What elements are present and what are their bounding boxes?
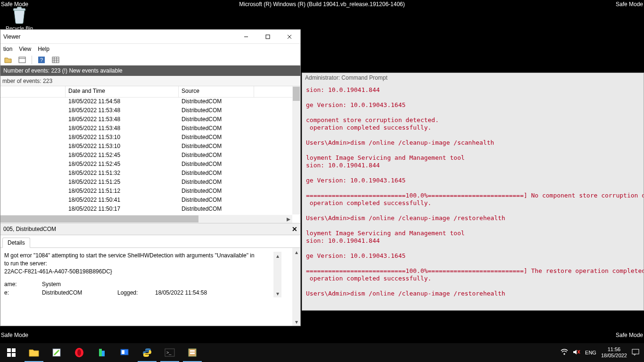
table-row[interactable]: 18/05/2022 11:50:41DistributedCOM xyxy=(0,196,300,205)
cell-datetime: 18/05/2022 11:50:17 xyxy=(66,205,179,214)
taskbar-python[interactable] xyxy=(136,343,158,362)
table-row[interactable]: 18/05/2022 11:51:12DistributedCOM xyxy=(0,187,300,196)
event-viewer-titlebar[interactable]: Viewer xyxy=(0,30,300,44)
event-viewer-window: Viewer tion View Help ? Number of events… xyxy=(0,29,301,326)
scroll-down-icon[interactable]: ▾ xyxy=(273,289,281,297)
taskbar-cmd[interactable]: >_ xyxy=(158,343,181,362)
table-row[interactable]: 18/05/2022 11:51:32DistributedCOM xyxy=(0,169,300,178)
cell-datetime: 18/05/2022 11:52:45 xyxy=(66,160,179,169)
table-row[interactable]: 18/05/2022 11:53:10DistributedCOM xyxy=(0,133,300,142)
event-table-vscroll[interactable] xyxy=(292,86,300,214)
table-row[interactable]: 18/05/2022 11:52:45DistributedCOM xyxy=(0,151,300,160)
menu-view[interactable]: View xyxy=(19,46,31,52)
taskbar-explorer[interactable] xyxy=(23,343,45,362)
cell-datetime: 18/05/2022 11:53:48 xyxy=(66,115,179,124)
tab-details[interactable]: Details xyxy=(2,238,30,248)
svg-text:>_: >_ xyxy=(166,350,172,355)
start-button[interactable] xyxy=(0,343,23,362)
scroll-thumb[interactable] xyxy=(293,87,300,101)
taskbar-app-green[interactable] xyxy=(91,343,113,362)
table-row[interactable]: 18/05/2022 11:54:58DistributedCOM xyxy=(0,98,300,107)
toolbar-help-icon[interactable]: ? xyxy=(37,56,46,64)
taskbar-app-blue[interactable] xyxy=(113,343,136,362)
svg-rect-15 xyxy=(7,353,11,357)
volume-muted-icon[interactable] xyxy=(573,349,580,356)
language-indicator[interactable]: ENG xyxy=(585,350,596,355)
event-count-subheader: mber of events: 223 xyxy=(0,76,300,86)
cell-source: DistributedCOM xyxy=(179,169,254,178)
cell-source: DistributedCOM xyxy=(179,151,254,160)
command-prompt-body[interactable]: sion: 10.0.19041.844 ge Version: 10.0.19… xyxy=(302,83,644,310)
event-detail-tabs: Details xyxy=(0,235,300,248)
detail-inner-vscroll[interactable]: ▴▾ xyxy=(273,252,281,297)
event-table-header: Date and Time Source xyxy=(0,86,300,98)
event-viewer-title: Viewer xyxy=(0,33,20,40)
scroll-right-icon[interactable]: ▸ xyxy=(284,215,292,223)
cell-source: DistributedCOM xyxy=(179,98,254,107)
cell-datetime: 18/05/2022 11:53:10 xyxy=(66,133,179,142)
cell-source: DistributedCOM xyxy=(179,133,254,142)
recycle-bin-shortcut[interactable]: Recycle Bin xyxy=(3,6,36,31)
event-detail-header: 005, DistributedCOM ✕ xyxy=(0,223,300,235)
wifi-icon[interactable] xyxy=(561,349,568,356)
toolbar-open-icon[interactable] xyxy=(3,56,13,64)
tray-clock[interactable]: 11:56 18/05/2022 xyxy=(601,346,627,359)
tray-time: 11:56 xyxy=(601,346,627,353)
field-logged-label: Logged: xyxy=(117,289,155,296)
scroll-down-icon[interactable]: ▾ xyxy=(292,318,300,326)
table-row[interactable]: 18/05/2022 11:53:48DistributedCOM xyxy=(0,115,300,124)
cell-source: DistributedCOM xyxy=(179,196,254,205)
toolbar-separator xyxy=(32,56,32,64)
scroll-up-icon[interactable]: ▴ xyxy=(273,252,281,260)
field-logname-label: ame: xyxy=(4,281,42,288)
field-logged-value: 18/05/2022 11:54:58 xyxy=(155,289,231,296)
taskbar-opera[interactable] xyxy=(68,343,91,362)
cell-datetime: 18/05/2022 11:53:10 xyxy=(66,142,179,151)
table-row[interactable]: 18/05/2022 11:51:25DistributedCOM xyxy=(0,178,300,187)
event-table: Date and Time Source 18/05/2022 11:54:58… xyxy=(0,86,300,223)
col-level[interactable] xyxy=(0,86,66,97)
table-row[interactable]: 18/05/2022 11:53:48DistributedCOM xyxy=(0,107,300,115)
cell-datetime: 18/05/2022 11:50:41 xyxy=(66,196,179,205)
cell-datetime: 18/05/2022 11:54:58 xyxy=(66,98,179,107)
table-row[interactable]: 18/05/2022 11:50:17DistributedCOM xyxy=(0,205,300,214)
maximize-button[interactable] xyxy=(257,30,279,44)
cell-datetime: 18/05/2022 11:51:25 xyxy=(66,178,179,187)
close-button[interactable] xyxy=(279,30,300,44)
cell-source: DistributedCOM xyxy=(179,142,254,151)
windows-build-label: Microsoft (R) Windows (R) (Build 19041.v… xyxy=(239,1,405,8)
menu-help[interactable]: Help xyxy=(38,46,50,52)
svg-rect-26 xyxy=(190,353,195,354)
taskbar-notepadpp[interactable] xyxy=(45,343,68,362)
event-detail-close-icon[interactable]: ✕ xyxy=(292,225,297,233)
col-source[interactable]: Source xyxy=(179,86,254,97)
scroll-thumb[interactable] xyxy=(0,215,198,222)
svg-rect-1 xyxy=(266,35,270,39)
event-table-hscroll[interactable]: ▸ xyxy=(0,215,292,223)
scroll-up-icon[interactable]: ▴ xyxy=(292,248,300,256)
command-prompt-window: Administrator: Command Prompt sion: 10.0… xyxy=(302,73,644,311)
event-message-line: M got error "1084" attempting to start t… xyxy=(4,252,259,260)
event-detail-body: M got error "1084" attempting to start t… xyxy=(0,248,300,326)
command-prompt-title[interactable]: Administrator: Command Prompt xyxy=(302,73,644,83)
svg-rect-25 xyxy=(190,350,195,352)
detail-outer-vscroll[interactable]: ▴▾ xyxy=(292,248,300,326)
minimize-button[interactable] xyxy=(235,30,257,44)
toolbar-properties-icon[interactable] xyxy=(17,56,27,64)
event-viewer-menubar: tion View Help xyxy=(0,44,300,54)
col-date-time[interactable]: Date and Time xyxy=(66,86,179,97)
event-message-line: 22ACC-F821-461A-A407-50B198B896DC} xyxy=(4,268,259,276)
taskbar-eventviewer[interactable] xyxy=(181,343,204,362)
table-row[interactable]: 18/05/2022 11:53:10DistributedCOM xyxy=(0,142,300,151)
cell-source: DistributedCOM xyxy=(179,178,254,187)
taskbar: >_ ENG 11:56 18/05/2022 xyxy=(0,343,644,362)
table-row[interactable]: 18/05/2022 11:53:48DistributedCOM xyxy=(0,124,300,133)
tray-date: 18/05/2022 xyxy=(601,353,627,359)
svg-rect-21 xyxy=(122,350,124,354)
menu-action[interactable]: tion xyxy=(3,46,12,52)
toolbar-grid-icon[interactable] xyxy=(51,56,60,64)
table-row[interactable]: 18/05/2022 11:52:45DistributedCOM xyxy=(0,160,300,169)
svg-rect-13 xyxy=(7,348,11,352)
safe-mode-corner-bl: Safe Mode xyxy=(1,332,28,338)
notifications-icon[interactable] xyxy=(632,349,639,356)
